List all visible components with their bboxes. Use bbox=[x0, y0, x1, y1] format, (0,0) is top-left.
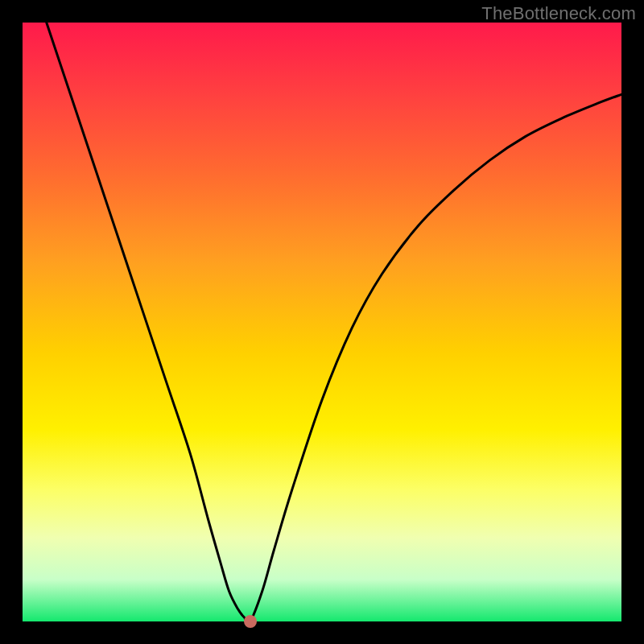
optimal-point-marker bbox=[244, 615, 257, 628]
watermark-text: TheBottleneck.com bbox=[481, 3, 636, 24]
bottleneck-curve bbox=[23, 23, 621, 621]
chart-stage: TheBottleneck.com bbox=[0, 0, 644, 644]
plot-area bbox=[23, 23, 621, 621]
